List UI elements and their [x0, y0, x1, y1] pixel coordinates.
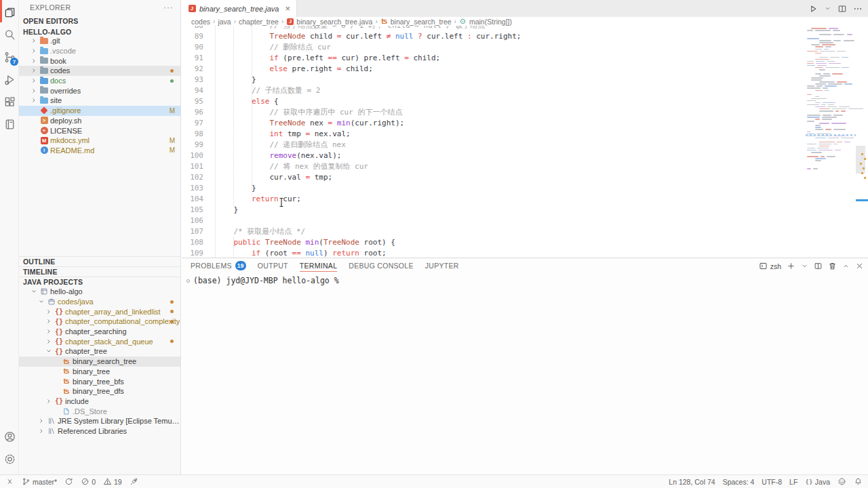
chevron-down-small-icon[interactable] [801, 262, 808, 270]
code-line-100[interactable]: 100 remove(nex.val); [181, 150, 868, 161]
tree-item--ds-store[interactable]: .DS_Store [19, 406, 180, 416]
terminal-shell-selector[interactable]: zsh [759, 262, 781, 270]
tree-item-chapter-computational-complexity[interactable]: {}chapter_computational_complexity [19, 317, 180, 327]
line-number[interactable]: 101 [181, 161, 203, 172]
more-icon[interactable] [853, 4, 863, 14]
tree-item-license[interactable]: ≡LICENSE [19, 125, 180, 136]
minimap[interactable] [806, 26, 856, 258]
extensions-icon[interactable] [0, 91, 19, 113]
breadcrumb-item[interactable]: java [218, 18, 231, 26]
notebook-icon[interactable] [0, 113, 19, 136]
trash-icon[interactable] [828, 262, 837, 270]
line-number[interactable]: 108 [181, 237, 203, 248]
overview-ruler[interactable] [856, 26, 868, 258]
tree-item-docs[interactable]: docs [19, 76, 180, 86]
explorer-icon[interactable] [0, 1, 19, 24]
status-rocket[interactable] [130, 477, 138, 486]
tree-item-chapter-array-and-linkedlist[interactable]: {}chapter_array_and_linkedlist [19, 306, 180, 317]
code-line-108[interactable]: 108 public TreeNode min(TreeNode root) { [181, 237, 868, 248]
split-editor-icon[interactable] [814, 262, 823, 270]
code-line-103[interactable]: 103 } [181, 183, 868, 194]
status-sync[interactable] [64, 477, 73, 486]
line-number[interactable]: 106 [181, 216, 203, 226]
code-line-102[interactable]: 102 cur.val = tmp; [181, 172, 868, 183]
code-line-91[interactable]: 91 if (pre.left == cur) pre.left = child… [181, 53, 868, 64]
code-line-92[interactable]: 92 else pre.right = child; [181, 64, 868, 75]
tree-item--gitignore[interactable]: .gitignoreM [19, 106, 180, 116]
status-utf-8[interactable]: UTF-8 [762, 478, 782, 486]
scrollbar-thumb[interactable] [856, 146, 865, 174]
code-line-88[interactable]: 88 // 当子结点数量 = 0 / 1 时， child = null / 该… [181, 26, 868, 31]
panel-tab-debug-console[interactable]: DEBUG CONSOLE [349, 258, 414, 272]
status-remote[interactable] [5, 477, 14, 486]
section-outline[interactable]: OUTLINE [19, 256, 180, 266]
close-icon[interactable] [855, 262, 864, 270]
tree-item-include[interactable]: {}include [19, 396, 180, 407]
run-debug-icon[interactable] [0, 68, 19, 91]
tree-item--git[interactable]: .git [19, 36, 180, 46]
line-number[interactable]: 103 [181, 183, 203, 194]
tree-item-hello-algo[interactable]: hello-algo [19, 287, 180, 297]
line-number[interactable]: 88 [181, 26, 203, 31]
status-lf[interactable]: LF [789, 478, 797, 486]
code-line-89[interactable]: 89 TreeNode child = cur.left ≠ null ? cu… [181, 31, 868, 42]
code-line-109[interactable]: 109 if (root == null) return root; [181, 248, 868, 258]
split-editor-icon[interactable] [837, 4, 847, 14]
tree-item-site[interactable]: site [19, 96, 180, 106]
panel-tab-jupyter[interactable]: JUPYTER [425, 258, 459, 272]
code-line-93[interactable]: 93 } [181, 75, 868, 85]
plus-icon[interactable] [787, 262, 795, 270]
terminal[interactable]: (base) jyd@JYD-MBP hello-algo % [182, 276, 868, 474]
line-number[interactable]: 90 [181, 42, 203, 53]
breadcrumb-item[interactable]: main(String[]) [459, 18, 512, 26]
code-line-94[interactable]: 94 // 子结点数量 = 2 [181, 85, 868, 96]
breadcrumb-item[interactable]: ʦbinary_search_tree [380, 18, 452, 26]
line-number[interactable]: 100 [181, 150, 203, 161]
settings-icon[interactable] [0, 448, 19, 470]
panel-tab-terminal[interactable]: TERMINAL [300, 258, 338, 272]
section-timeline[interactable]: TIMELINE [19, 266, 180, 277]
status-branch[interactable]: master* [22, 477, 57, 486]
chevron-up-icon[interactable] [842, 262, 850, 270]
tree-item-binary-tree[interactable]: ʦbinary_tree [19, 367, 180, 377]
status-ln-128-col-74[interactable]: Ln 128, Col 74 [669, 478, 715, 486]
search-icon[interactable] [0, 24, 19, 46]
more-actions-icon[interactable]: ··· [163, 3, 174, 12]
status-error[interactable]: 0 [81, 477, 96, 486]
status-warning[interactable]: 19 [103, 477, 122, 486]
code-line-106[interactable]: 106 [181, 216, 868, 226]
tree-item-referenced-libraries[interactable]: Referenced Libraries [19, 426, 180, 436]
line-number[interactable]: 89 [181, 31, 203, 42]
line-number[interactable]: 94 [181, 85, 203, 96]
line-number[interactable]: 91 [181, 53, 203, 64]
breadcrumb-item[interactable]: Jbinary_search_tree.java [286, 18, 372, 26]
code-line-101[interactable]: 101 // 将 nex 的值复制给 cur [181, 161, 868, 172]
code-line-90[interactable]: 90 // 删除结点 cur [181, 42, 868, 53]
line-number[interactable]: 102 [181, 172, 203, 183]
line-number[interactable]: 107 [181, 226, 203, 237]
code-line-95[interactable]: 95 else { [181, 96, 868, 107]
tab-binary-search-tree[interactable]: J binary_search_tree.java × [182, 0, 297, 17]
line-number[interactable]: 95 [181, 96, 203, 107]
tree-item-binary-tree-dfs[interactable]: ʦbinary_tree_dfs [19, 386, 180, 396]
line-number[interactable]: 92 [181, 64, 203, 75]
section-hello-algo[interactable]: HELLO-ALGO [19, 26, 180, 37]
line-number[interactable]: 105 [181, 205, 203, 216]
tree-item-overrides[interactable]: overrides [19, 85, 180, 96]
code-line-99[interactable]: 99 // 递归删除结点 nex [181, 140, 868, 150]
tree-item-binary-tree-bfs[interactable]: ʦbinary_tree_bfs [19, 376, 180, 386]
panel-tab-problems[interactable]: PROBLEMS19 [191, 258, 246, 272]
status-feedback[interactable] [837, 477, 846, 486]
line-number[interactable]: 99 [181, 140, 203, 150]
code-line-107[interactable]: 107 /* 获取最小结点 */ [181, 226, 868, 237]
tree-item-chapter-stack-and-queue[interactable]: {}chapter_stack_and_queue [19, 336, 180, 346]
code-editor[interactable]: 88 // 当子结点数量 = 0 / 1 时， child = null / 该… [181, 26, 868, 258]
tree-item-book[interactable]: book [19, 56, 180, 66]
status-braces-lang[interactable]: {}Java [805, 478, 830, 486]
tree-item-mkdocs-yml[interactable]: Mmkdocs.ymlM [19, 136, 180, 146]
breadcrumb-item[interactable]: chapter_tree [239, 18, 279, 26]
code-line-96[interactable]: 96 // 获取中序遍历中 cur 的下一个结点 [181, 107, 868, 118]
code-line-97[interactable]: 97 TreeNode nex = min(cur.right); [181, 118, 868, 129]
line-number[interactable]: 104 [181, 194, 203, 205]
line-number[interactable]: 97 [181, 118, 203, 129]
